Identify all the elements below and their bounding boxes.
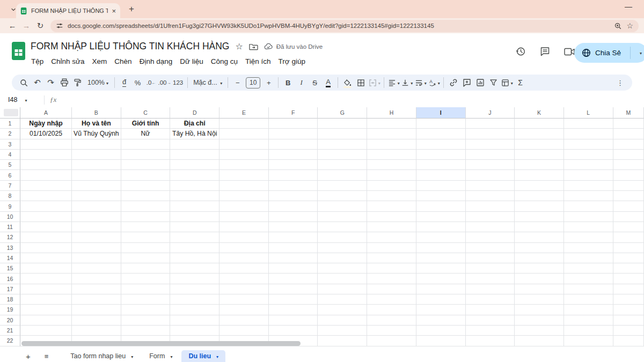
cell-G2[interactable] [318, 129, 367, 139]
row-header-1[interactable]: 1 [0, 119, 20, 129]
document-title[interactable]: FORM NHẬP LIỆU THÔNG TIN KHÁCH HÀNG [31, 41, 229, 52]
cell-M16[interactable] [613, 274, 644, 284]
cell-M13[interactable] [613, 243, 644, 253]
cell-A14[interactable] [20, 253, 72, 263]
cell-K13[interactable] [515, 243, 564, 253]
sheets-logo-icon[interactable] [11, 41, 26, 61]
cell-M5[interactable] [613, 160, 644, 170]
row-header-4[interactable]: 4 [0, 150, 20, 160]
cell-E12[interactable] [219, 232, 269, 242]
column-header-K[interactable]: K [515, 107, 564, 119]
cell-G16[interactable] [318, 274, 367, 284]
comment-history-icon[interactable] [540, 47, 550, 56]
search-icon[interactable] [17, 76, 31, 89]
cell-C18[interactable] [121, 294, 171, 305]
cell-D3[interactable] [170, 139, 219, 150]
cell-B4[interactable] [72, 150, 121, 160]
cell-H17[interactable] [367, 284, 416, 294]
bold-button[interactable]: B [281, 76, 295, 89]
cell-F1[interactable] [269, 119, 318, 129]
cell-A5[interactable] [20, 160, 72, 170]
cell-C12[interactable] [121, 232, 171, 242]
cell-A17[interactable] [20, 284, 72, 294]
increase-font-size-button[interactable]: + [262, 76, 275, 89]
cell-A11[interactable] [20, 222, 72, 232]
cell-J5[interactable] [466, 160, 515, 170]
cell-G20[interactable] [318, 315, 367, 326]
cell-H14[interactable] [367, 253, 416, 263]
browser-tab[interactable]: FORM NHẬP LIỆU THÔNG TIN × [16, 3, 120, 18]
fill-color-button[interactable] [341, 76, 354, 89]
cell-L20[interactable] [564, 315, 613, 326]
cell-B12[interactable] [72, 232, 121, 242]
cell-I14[interactable] [416, 253, 466, 263]
row-header-5[interactable]: 5 [0, 160, 20, 170]
cell-E2[interactable] [219, 129, 269, 139]
cell-E17[interactable] [219, 284, 269, 294]
cell-B18[interactable] [72, 294, 121, 305]
save-status[interactable]: Đã lưu vào Drive [264, 43, 323, 50]
cell-C20[interactable] [121, 315, 171, 326]
cell-K1[interactable] [515, 119, 564, 129]
menu-item-6[interactable]: Công cụ [207, 56, 241, 67]
cell-D21[interactable] [170, 326, 219, 336]
cell-M22[interactable] [613, 336, 644, 346]
cell-K17[interactable] [515, 284, 564, 294]
cell-L13[interactable] [564, 243, 613, 253]
cell-B16[interactable] [72, 274, 121, 284]
cell-D18[interactable] [170, 294, 219, 305]
sheet-tab-tao-form-nhap-lieu[interactable]: Tao form nhap lieu [63, 350, 140, 362]
menu-item-5[interactable]: Dữ liệu [176, 56, 207, 67]
cell-H8[interactable] [367, 191, 416, 201]
cell-I12[interactable] [416, 232, 466, 242]
cell-G1[interactable] [318, 119, 367, 129]
cell-F4[interactable] [269, 150, 318, 160]
insert-chart-icon[interactable] [473, 76, 487, 89]
cell-A18[interactable] [20, 294, 72, 305]
cell-B20[interactable] [72, 315, 121, 326]
cell-A3[interactable] [20, 139, 72, 150]
functions-button[interactable]: Σ [514, 76, 527, 89]
cell-I7[interactable] [416, 181, 466, 191]
cell-J14[interactable] [466, 253, 515, 263]
cell-K12[interactable] [515, 232, 564, 242]
row-header-18[interactable]: 18 [0, 294, 20, 305]
cell-A9[interactable] [20, 201, 72, 211]
cell-M20[interactable] [613, 315, 644, 326]
cell-K15[interactable] [515, 263, 564, 274]
back-icon[interactable]: ← [5, 21, 19, 30]
cell-K5[interactable] [515, 160, 564, 170]
cell-I13[interactable] [416, 243, 466, 253]
cell-B9[interactable] [72, 201, 121, 211]
cell-J11[interactable] [466, 222, 515, 232]
cell-F9[interactable] [269, 201, 318, 211]
cell-K2[interactable] [515, 129, 564, 139]
row-header-15[interactable]: 15 [0, 263, 20, 274]
format-percent-button[interactable]: % [131, 76, 144, 89]
cell-K20[interactable] [515, 315, 564, 326]
cell-M17[interactable] [613, 284, 644, 294]
cell-M10[interactable] [613, 212, 644, 222]
cell-D20[interactable] [170, 315, 219, 326]
star-icon[interactable]: ☆ [235, 41, 243, 51]
cell-B19[interactable] [72, 305, 121, 315]
omnibox[interactable]: docs.google.com/spreadsheets/d/1Ufren1Fu… [50, 20, 639, 32]
row-header-14[interactable]: 14 [0, 253, 20, 263]
menu-item-4[interactable]: Định dạng [136, 56, 177, 67]
column-header-F[interactable]: F [269, 107, 318, 119]
cell-K19[interactable] [515, 305, 564, 315]
cell-C3[interactable] [121, 139, 171, 150]
font-select[interactable]: Mặc đ... [191, 79, 225, 86]
cell-D5[interactable] [170, 160, 219, 170]
cell-H11[interactable] [367, 222, 416, 232]
table-views-button[interactable] [500, 76, 514, 89]
cell-D1[interactable]: Địa chỉ [170, 119, 219, 129]
cell-C1[interactable]: Giới tính [121, 119, 171, 129]
cell-G5[interactable] [318, 160, 367, 170]
cell-I10[interactable] [416, 212, 466, 222]
format-currency-button[interactable]: đ [118, 76, 131, 89]
cell-D16[interactable] [170, 274, 219, 284]
cell-M12[interactable] [613, 232, 644, 242]
cell-E16[interactable] [219, 274, 269, 284]
cell-H2[interactable] [367, 129, 416, 139]
